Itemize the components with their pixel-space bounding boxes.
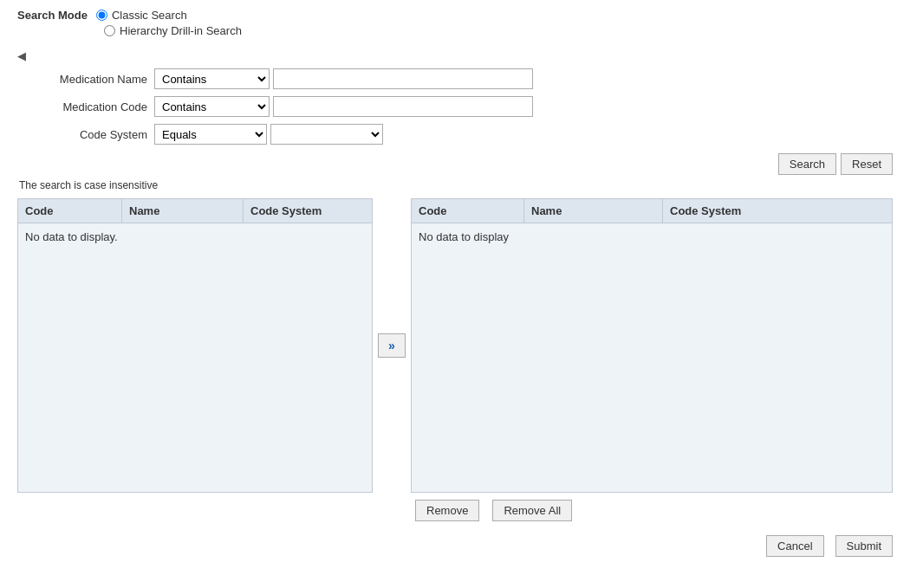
- medication-code-label: Medication Code: [35, 100, 147, 113]
- collapse-arrow[interactable]: ◀: [17, 49, 31, 63]
- transfer-btn-area: »: [373, 198, 411, 493]
- top-action-buttons: Search Reset: [17, 153, 893, 175]
- right-no-data: No data to display: [419, 230, 509, 243]
- hierarchy-search-radio[interactable]: [104, 25, 115, 36]
- left-table-header: Code Name Code System: [18, 199, 372, 223]
- medication-code-select[interactable]: Contains Equals Starts With Does Not Con…: [154, 96, 270, 117]
- right-col-codesys: Code System: [663, 199, 892, 223]
- case-insensitive-note: The search is case insensitive: [19, 179, 893, 191]
- right-col-name: Name: [524, 199, 663, 223]
- right-table-header: Code Name Code System: [412, 199, 892, 223]
- left-no-data: No data to display.: [25, 230, 118, 243]
- transfer-button[interactable]: »: [378, 333, 406, 358]
- right-table-body: No data to display: [412, 223, 892, 483]
- medication-name-select[interactable]: Contains Equals Starts With Does Not Con…: [154, 68, 270, 89]
- medication-name-row: Medication Name Contains Equals Starts W…: [35, 68, 893, 89]
- tables-area: Code Name Code System No data to display…: [17, 198, 893, 493]
- remove-all-button[interactable]: Remove All: [492, 500, 572, 521]
- submit-button[interactable]: Submit: [835, 535, 893, 557]
- right-table-container: Code Name Code System No data to display: [411, 198, 893, 493]
- medication-code-row: Medication Code Contains Equals Starts W…: [35, 96, 893, 117]
- search-mode-section: Search Mode Classic Search Hierarchy Dri…: [17, 9, 893, 37]
- code-system-operator-select[interactable]: Equals Contains: [154, 124, 267, 145]
- search-button[interactable]: Search: [778, 153, 836, 175]
- medication-name-label: Medication Name: [35, 73, 147, 86]
- reset-button[interactable]: Reset: [841, 153, 893, 175]
- left-col-name: Name: [122, 199, 244, 223]
- bottom-buttons-right: Remove Remove All: [411, 500, 893, 521]
- right-col-code: Code: [412, 199, 524, 223]
- code-system-label: Code System: [35, 128, 147, 141]
- left-table-body: No data to display.: [18, 223, 372, 483]
- classic-search-radio[interactable]: [96, 10, 107, 21]
- remove-button[interactable]: Remove: [415, 500, 479, 521]
- medication-name-input[interactable]: [273, 68, 533, 89]
- code-system-value-select[interactable]: [270, 124, 383, 145]
- search-mode-label: Search Mode: [17, 9, 88, 22]
- hierarchy-search-row: Hierarchy Drill-in Search: [104, 24, 893, 37]
- classic-search-row: Search Mode Classic Search: [17, 9, 893, 22]
- code-system-row: Code System Equals Contains: [35, 124, 893, 145]
- filter-section: Medication Name Contains Equals Starts W…: [35, 68, 893, 145]
- left-col-code: Code: [18, 199, 122, 223]
- cancel-button[interactable]: Cancel: [766, 535, 823, 557]
- bottom-action-buttons: Cancel Submit: [17, 535, 893, 557]
- left-table-container: Code Name Code System No data to display…: [17, 198, 373, 493]
- hierarchy-search-label[interactable]: Hierarchy Drill-in Search: [120, 24, 242, 37]
- left-col-codesys: Code System: [244, 199, 372, 223]
- classic-search-label[interactable]: Classic Search: [112, 9, 187, 22]
- medication-code-input[interactable]: [273, 96, 533, 117]
